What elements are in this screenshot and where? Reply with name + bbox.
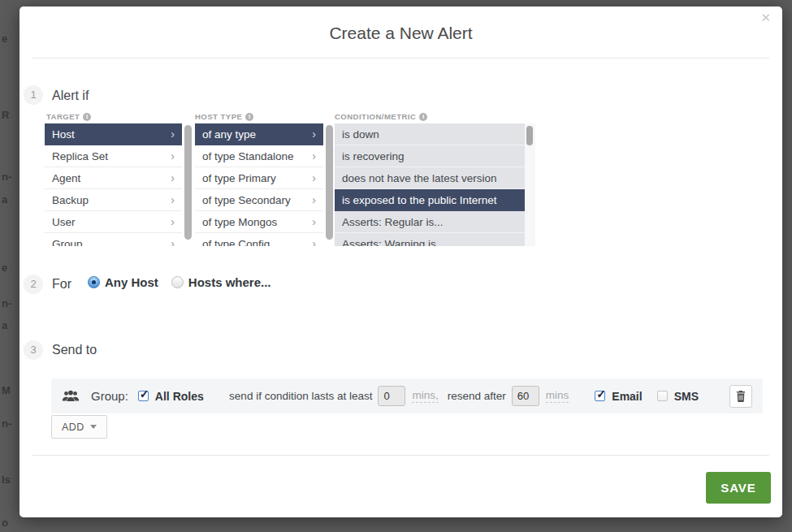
chevron-right-icon — [312, 237, 316, 246]
item-label: is recovering — [342, 150, 405, 162]
all-roles-checkbox[interactable] — [138, 391, 149, 401]
list-item-is-down[interactable]: is down — [335, 123, 525, 145]
backdrop-fragment: e — [2, 32, 7, 45]
chevron-right-icon — [312, 193, 316, 206]
lasts-minutes-unit: mins, — [412, 389, 438, 403]
item-label: does not have the latest version — [342, 172, 497, 184]
list-item-standalone[interactable]: of type Standalone — [195, 145, 323, 167]
delete-notification-button[interactable] — [729, 385, 752, 408]
host-type-list-scrollbar[interactable] — [326, 125, 333, 240]
item-label: is down — [342, 128, 379, 141]
trash-icon — [736, 391, 746, 402]
list-item-group[interactable]: Group — [45, 233, 182, 246]
backdrop-fragment: Is — [2, 474, 11, 486]
item-label: Replica Set — [52, 150, 108, 162]
list-item-exposed-public-internet[interactable]: is exposed to the public Internet — [335, 189, 525, 211]
backdrop-fragment: e — [2, 262, 7, 274]
backdrop-fragment: M — [2, 384, 11, 396]
list-item-replica-set[interactable]: Replica Set — [45, 145, 182, 167]
list-item-backup[interactable]: Backup — [45, 189, 182, 211]
condition-column-header: CONDITION/METRIC — [335, 112, 427, 121]
host-type-list: of any type of type Standalone of type P… — [195, 123, 323, 246]
list-item-config[interactable]: of type Config — [195, 233, 323, 246]
condition-list-scrollbar[interactable] — [526, 126, 533, 145]
list-item-asserts-regular[interactable]: Asserts: Regular is... — [335, 211, 525, 233]
item-label: Asserts: Regular is... — [342, 216, 444, 228]
target-column-header: TARGET — [46, 112, 91, 121]
target-header-text: TARGET — [46, 112, 80, 121]
save-button[interactable]: SAVE — [706, 472, 771, 504]
item-label: of type Primary — [202, 172, 276, 184]
list-item-secondary[interactable]: of type Secondary — [195, 189, 323, 211]
item-label: Host — [52, 128, 75, 141]
radio-hosts-where[interactable] — [171, 276, 184, 288]
item-label: is exposed to the public Internet — [342, 194, 497, 206]
condition-list: is down is recovering does not have the … — [335, 123, 525, 246]
item-label: of type Config — [202, 238, 270, 247]
list-item-asserts-warning[interactable]: Asserts: Warning is... — [335, 233, 525, 246]
item-label: Agent — [52, 172, 80, 184]
list-item-host[interactable]: Host — [45, 123, 182, 145]
item-label: of type Secondary — [202, 194, 291, 206]
lasts-at-least-label: send if condition lasts at least — [229, 390, 372, 402]
info-icon[interactable] — [83, 113, 91, 121]
add-button-label: ADD — [62, 422, 84, 433]
list-item-is-recovering[interactable]: is recovering — [335, 145, 525, 167]
item-label: Asserts: Warning is... — [342, 238, 445, 247]
chevron-right-icon — [312, 149, 316, 162]
lasts-minutes-input[interactable] — [378, 386, 405, 406]
modal-title: Create a New Alert — [19, 24, 782, 43]
chevron-right-icon — [312, 128, 316, 141]
add-notification-button[interactable]: ADD — [51, 415, 107, 439]
list-item-latest-version[interactable]: does not have the latest version — [335, 167, 525, 189]
target-list: Host Replica Set Agent Backup User Group — [45, 123, 182, 246]
chevron-right-icon — [171, 149, 175, 162]
info-icon[interactable] — [419, 113, 427, 121]
backdrop-fragment: n- — [2, 417, 11, 430]
backdrop-fragment: o — [2, 517, 8, 529]
list-item-agent[interactable]: Agent — [45, 167, 182, 189]
close-icon[interactable]: ✕ — [760, 11, 771, 24]
target-list-scrollbar[interactable] — [184, 125, 192, 240]
item-label: of any type — [202, 128, 256, 141]
host-filter-radio-group: Any Host Hosts where... — [88, 275, 271, 289]
info-icon[interactable] — [245, 113, 253, 121]
item-label: of type Standalone — [202, 150, 294, 162]
resend-minutes-input[interactable] — [512, 386, 539, 406]
chevron-right-icon — [171, 215, 175, 228]
all-roles-label[interactable]: All Roles — [155, 390, 204, 403]
step-1-label: Alert if — [52, 89, 89, 103]
radio-hosts-where-label[interactable]: Hosts where... — [188, 275, 271, 289]
radio-any-host[interactable] — [88, 276, 100, 288]
radio-any-host-label[interactable]: Any Host — [105, 275, 158, 289]
email-label[interactable]: Email — [612, 390, 642, 403]
list-item-user[interactable]: User — [45, 211, 182, 233]
backdrop-fragment: R — [2, 109, 9, 121]
sms-checkbox[interactable] — [657, 391, 668, 401]
email-checkbox[interactable] — [595, 391, 605, 401]
chevron-right-icon — [312, 171, 316, 184]
caret-down-icon — [90, 425, 97, 429]
backdrop-fragment: a — [2, 319, 7, 331]
step-2-label: For — [52, 277, 71, 292]
resend-minutes-unit: mins — [546, 389, 569, 403]
chevron-right-icon — [171, 237, 175, 246]
host-type-column-header: HOST TYPE — [195, 112, 253, 121]
create-alert-modal: ✕ Create a New Alert 1 Alert if TARGET H… — [19, 6, 782, 517]
list-item-any-type[interactable]: of any type — [195, 123, 323, 145]
backdrop-fragment: n- — [2, 171, 11, 183]
sms-label[interactable]: SMS — [674, 390, 699, 403]
item-label: User — [52, 216, 76, 228]
step-2-badge: 2 — [24, 275, 43, 294]
group-label: Group: — [91, 389, 128, 403]
step-1-badge: 1 — [24, 85, 43, 105]
item-label: of type Mongos — [202, 216, 277, 228]
item-label: Backup — [52, 194, 89, 206]
step-3-badge: 3 — [24, 340, 43, 360]
chevron-right-icon — [312, 215, 316, 228]
list-item-mongos[interactable]: of type Mongos — [195, 211, 323, 233]
backdrop-fragment: n- — [2, 297, 11, 309]
chevron-right-icon — [171, 128, 175, 141]
list-item-primary[interactable]: of type Primary — [195, 167, 323, 189]
people-group-icon — [62, 390, 80, 402]
